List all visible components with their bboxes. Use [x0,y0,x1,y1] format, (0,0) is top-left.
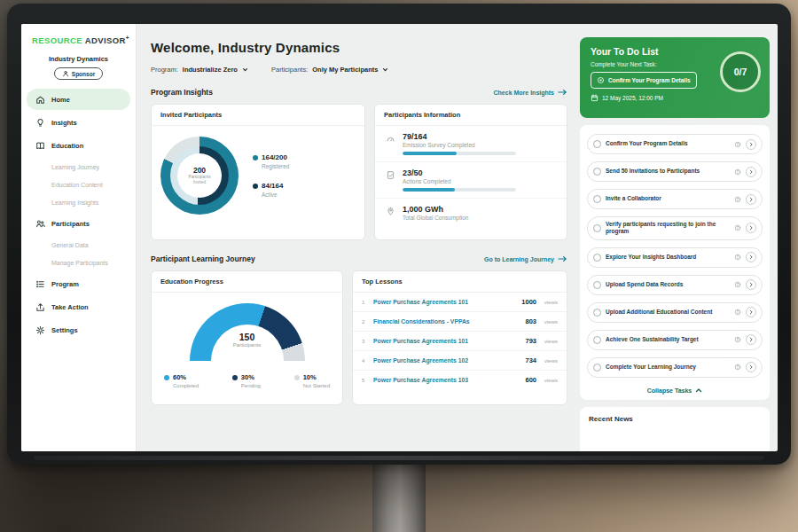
task-row[interactable]: Upload Spend Data Records [587,275,763,295]
stat-label: Actions Completed [403,178,516,184]
task-checkbox[interactable] [593,281,601,289]
chevron-right-icon[interactable] [746,252,756,262]
lesson-link[interactable]: Power Purchase Agreements 102 [373,357,519,364]
logo-resource: RESOURCE [32,35,82,45]
sidebar-item-label: Program [51,280,79,288]
chevron-right-icon[interactable] [746,223,756,233]
info-icon[interactable] [734,309,741,316]
list-icon [35,279,45,289]
task-row[interactable]: Upload Additional Educational Content [587,302,763,323]
donut-legend: 164/200 Registered 84/164 Active [253,153,289,198]
sidebar-subitem-label: Manage Participants [51,260,108,266]
next-task-chip[interactable]: Confirm Your Program Details [591,72,697,89]
chevron-right-icon[interactable] [746,167,756,177]
donut-center: 200 Participants Invited [177,153,222,198]
task-checkbox[interactable] [593,195,601,203]
info-icon[interactable] [734,196,741,203]
card-title: Education Progress [152,271,342,293]
info-icon[interactable] [734,364,741,371]
donut-center-value: 200 [193,166,206,175]
task-row[interactable]: Achieve One Sustainability Target [587,330,763,350]
task-row[interactable]: Verify participants requesting to join t… [587,216,763,240]
tasks-list-card: Confirm Your Program Details Send 50 Inv… [580,125,770,400]
info-icon[interactable] [734,141,741,148]
chevron-right-icon[interactable] [746,139,756,150]
card-title: Invited Participants [152,105,364,126]
task-checkbox[interactable] [593,254,601,262]
lesson-views-label: views [544,300,558,305]
lesson-link[interactable]: Power Purchase Agreements 101 [373,299,515,305]
task-label: Verify participants requesting to join t… [606,221,730,236]
task-row[interactable]: Confirm Your Program Details [587,134,763,154]
lesson-row: 4 Power Purchase Agreements 102 734 view… [353,351,567,371]
lesson-row: 5 Power Purchase Agreements 103 600 view… [353,371,567,389]
task-checkbox[interactable] [593,168,601,176]
sidebar-item-take-action[interactable]: Take Action [27,296,130,317]
sidebar-item-insights[interactable]: Insights [27,112,130,133]
sidebar-item-learning-insights[interactable]: Learning Insights [21,193,136,211]
go-to-learning-journey-link[interactable]: Go to Learning Journey [484,255,567,262]
program-dropdown[interactable]: Program: Industrialize Zero [151,66,248,74]
sidebar-item-label: Home [51,96,70,104]
info-icon[interactable] [734,224,741,231]
legend-dot [253,155,258,160]
check-more-insights-link[interactable]: Check More Insights [494,89,567,96]
task-checkbox[interactable] [593,364,601,372]
sidebar-item-manage-participants[interactable]: Manage Participants [21,254,136,271]
gauge-center-value: 150 [190,332,305,342]
chevron-down-icon [382,66,388,73]
task-checkbox[interactable] [593,224,601,232]
info-icon[interactable] [734,254,741,261]
task-row[interactable]: Invite a Collaborator [587,189,763,209]
task-checkbox[interactable] [593,140,601,148]
lesson-views-label: views [544,339,558,344]
sidebar-item-education[interactable]: Education [27,135,130,156]
legend-item: 164/200 Registered [253,153,289,169]
chevron-right-icon[interactable] [746,362,756,372]
info-icon[interactable] [734,168,741,176]
people-icon [35,219,45,229]
task-row[interactable]: Send 50 Invitations to Participants [587,161,763,182]
task-row[interactable]: Complete Your Learning Journey [587,357,763,378]
lesson-link[interactable]: Power Purchase Agreements 101 [373,338,519,344]
info-icon[interactable] [734,336,741,343]
link-label: Check More Insights [494,90,554,96]
due-date: 12 May 2025, 12:00 PM [602,95,663,101]
chevron-right-icon[interactable] [746,307,756,317]
screen: RESOURCE ADVISOR+ Industry Dynamics Spon… [21,24,778,451]
lesson-row: 2 Financial Considerations - VPPAs 803 v… [353,312,567,332]
legend-value: 164/200 [262,153,287,161]
legend-value: 30% [241,373,254,381]
chevron-right-icon[interactable] [746,194,756,205]
collapse-tasks-link[interactable]: Collapse Tasks [587,385,763,395]
sidebar-item-settings[interactable]: Settings [27,319,130,340]
lesson-link[interactable]: Financial Considerations - VPPAs [373,318,519,325]
sidebar: RESOURCE ADVISOR+ Industry Dynamics Spon… [21,24,137,451]
lesson-views: 1000 [521,298,536,306]
legend-dot [253,184,258,189]
chevron-right-icon[interactable] [746,334,756,345]
lesson-views: 793 [525,337,536,345]
info-icon[interactable] [734,281,741,288]
sidebar-item-program[interactable]: Program [27,273,130,294]
sponsor-badge[interactable]: Sponsor [54,67,103,80]
sidebar-item-learning-journey[interactable]: Learning Journey [21,158,136,176]
sidebar-item-education-content[interactable]: Education Content [21,176,136,193]
sidebar-item-general-data[interactable]: General Data [21,236,136,254]
chevron-right-icon[interactable] [746,279,756,290]
task-label: Invite a Collaborator [606,195,730,202]
lesson-rank: 4 [362,358,367,364]
task-row[interactable]: Explore Your Insights Dashboard [587,247,763,268]
lesson-rank: 2 [362,319,367,325]
participants-dropdown[interactable]: Participants: Only My Participants [271,66,388,74]
stat-row: 1,000 GWh Total Global Consumption [375,199,567,227]
task-checkbox[interactable] [593,309,601,317]
task-checkbox[interactable] [593,336,601,344]
sidebar-item-home[interactable]: Home [27,89,130,110]
gauge-legend: 60% Completed 30% Pending 10% Not Starte… [152,373,342,388]
lesson-views-label: views [544,378,558,383]
sidebar-item-participants[interactable]: Participants [27,213,130,234]
lesson-link[interactable]: Power Purchase Agreements 103 [373,377,519,383]
stat-row: 79/164 Emission Survey Completed [375,126,567,162]
legend-dot [294,375,300,380]
